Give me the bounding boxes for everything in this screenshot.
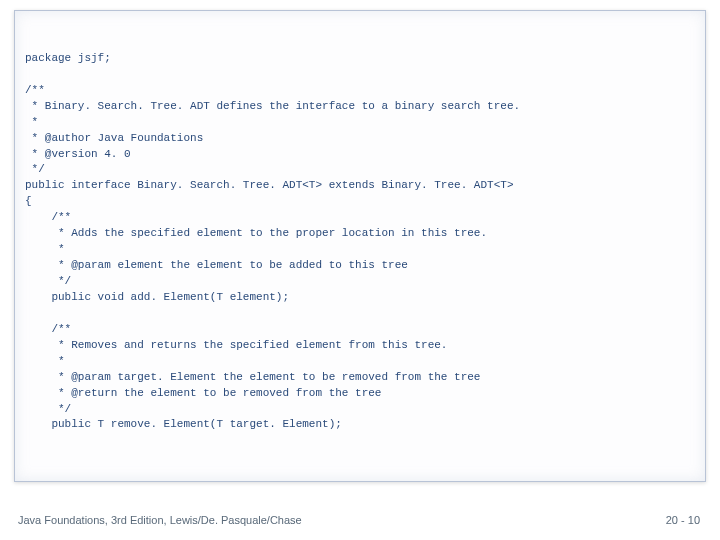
code-block: package jsjf; /** * Binary. Search. Tree… [14,10,706,482]
footer-citation: Java Foundations, 3rd Edition, Lewis/De.… [18,514,302,526]
slide-number: 20 - 10 [666,514,700,526]
code-content: package jsjf; /** * Binary. Search. Tree… [25,51,695,434]
